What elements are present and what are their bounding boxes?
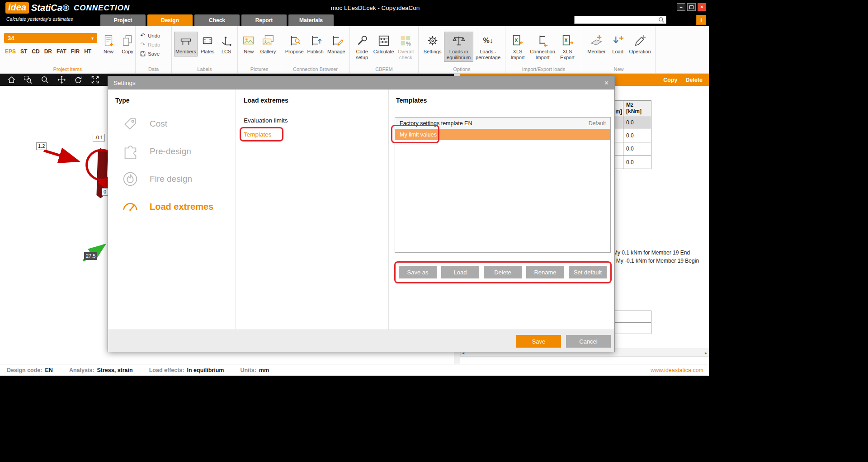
code-setup-button[interactable]: Code setup [352,32,372,62]
load-label-2: -0.1 [93,134,105,141]
labels-plates-button[interactable]: Plates [198,32,217,57]
home-view-icon[interactable] [6,75,16,85]
zoom-icon[interactable] [40,75,50,85]
mz-cell[interactable]: 0.0 [623,142,651,155]
dialog-cancel-button[interactable]: Cancel [566,335,611,348]
template-name: Factory settings template EN [400,120,472,127]
tab-report[interactable]: Report [241,14,287,26]
minimize-icon[interactable]: – [677,3,685,11]
section-item-evaluation-limits[interactable]: Evaluation limits [244,117,288,124]
template-row-factory[interactable]: Factory settings template EN Default [395,118,610,129]
redo-button[interactable]: ↷ Redo [138,41,162,48]
ribbon-group-cbfem: Code setup Calculate % Overall check CBF… [350,26,419,73]
mz-cell[interactable]: 0.0 [623,129,651,142]
type-item-cost[interactable]: Cost [122,113,167,134]
loads-percentage-label: Loads - percentage [475,49,501,60]
code-filter-fat[interactable]: FAT [57,48,66,55]
copy-project-item-button[interactable]: Copy [118,32,137,57]
load-label-1: 1.2 [36,142,47,150]
rotate-icon[interactable] [73,75,83,85]
save-button[interactable]: Save [138,50,162,57]
load-button[interactable]: Load [441,266,479,278]
loads-percentage-button[interactable]: %↓ Loads - percentage [473,32,503,62]
labels-lcs-button[interactable]: LCS [217,32,235,57]
fit-view-icon[interactable] [90,75,100,85]
labels-members-button[interactable]: Members [174,32,198,57]
settings-button[interactable]: Settings [421,32,444,57]
search-input[interactable] [575,16,658,24]
xls-export-button[interactable]: X XLS Export [557,32,577,62]
scroll-right-icon[interactable]: ▸ [705,350,707,355]
code-filter-dr[interactable]: DR [44,48,52,55]
plates-icon [200,33,215,48]
propose-icon [287,33,302,48]
picture-new-icon [241,33,256,48]
tagline: Calculate yesterday's estimates [6,16,73,22]
calculate-button[interactable]: Calculate [372,32,396,57]
save-as-button[interactable]: Save as [399,266,437,278]
new-operation-button[interactable]: Operation [627,32,653,57]
delete-button[interactable]: Delete [484,266,522,278]
type-item-load-extremes[interactable]: Load extremes [122,196,213,217]
dialog-close-icon[interactable]: ✕ [604,80,609,86]
close-icon[interactable]: ✕ [698,3,706,11]
set-default-button[interactable]: Set default [569,266,607,278]
section-item-templates[interactable]: Templates [244,131,272,138]
code-filter-cd[interactable]: CD [32,48,39,55]
mz-cell[interactable]: 0.0 [623,116,651,129]
table-row: 0.0 [612,116,651,129]
new-operation-icon [633,33,647,48]
templates-list: Factory settings template EN Default My … [395,117,611,253]
members-label: Members [175,49,196,55]
status-load-effects: Load effects: In equilibrium [149,367,224,373]
svg-text:X: X [514,38,518,43]
rename-button[interactable]: Rename [526,266,564,278]
type-item-pre-design[interactable]: Pre-design [122,141,191,162]
type-item-fire-design[interactable]: Fire design [122,169,192,189]
tab-check[interactable]: Check [194,14,240,26]
mz-cell[interactable]: 0.0 [623,156,651,169]
undo-button[interactable]: ↶ Undo [138,32,162,39]
code-filter-eps[interactable]: EPS [5,48,16,55]
default-badge: Default [589,120,606,127]
loads-in-equilibrium-button[interactable]: Loads in equilibrium [444,32,473,62]
propose-button[interactable]: Propose [283,32,305,57]
xls-import-button[interactable]: X XLS Import [508,32,528,62]
picture-new-button[interactable]: New [240,32,258,57]
picture-gallery-button[interactable]: Gallery [258,32,278,57]
new-member-button[interactable]: Member [585,32,609,57]
project-item-dropdown[interactable]: 34 ▾ [4,33,97,43]
svg-text:%: % [406,41,411,47]
code-filter-fir[interactable]: FIR [71,48,80,55]
window-controls: – ✕ [677,3,706,11]
manage-button[interactable]: Manage [326,32,347,57]
tab-design[interactable]: Design [147,14,193,26]
ribbon-tabs: Project Design Check Report Materials [100,14,334,26]
save-label: Save [148,51,160,57]
dialog-titlebar[interactable]: Settings ✕ [108,76,614,90]
maximize-icon[interactable] [687,3,696,11]
copy-load-button[interactable]: Copy [663,77,677,83]
website-link[interactable]: www.ideastatica.com [651,367,703,373]
template-row-my-limit-values[interactable]: My limit values [395,129,610,140]
new-project-item-button[interactable]: New [99,32,118,57]
dialog-save-button[interactable]: Save [516,335,561,348]
gallery-label: Gallery [260,49,276,55]
tab-materials[interactable]: Materials [288,14,334,26]
connection-import-label: Connection Import [529,49,556,60]
code-filter-st[interactable]: ST [20,48,27,55]
delete-load-button[interactable]: Delete [685,77,703,83]
column-divider [236,90,236,330]
new-load-button[interactable]: Load [609,32,627,57]
tab-project[interactable]: Project [100,14,146,26]
pan-icon[interactable] [57,75,66,85]
connection-import-button[interactable]: Connection Import [528,32,557,62]
overall-check-button[interactable]: % Overall check [396,32,416,62]
info-icon[interactable]: i [696,15,706,25]
code-filter-ht[interactable]: HT [84,48,91,55]
new-load-icon [611,33,625,48]
propose-label: Propose [285,49,304,55]
zoom-window-icon[interactable] [23,75,33,85]
template-name: My limit values [400,132,437,138]
publish-button[interactable]: Publish [305,32,325,57]
